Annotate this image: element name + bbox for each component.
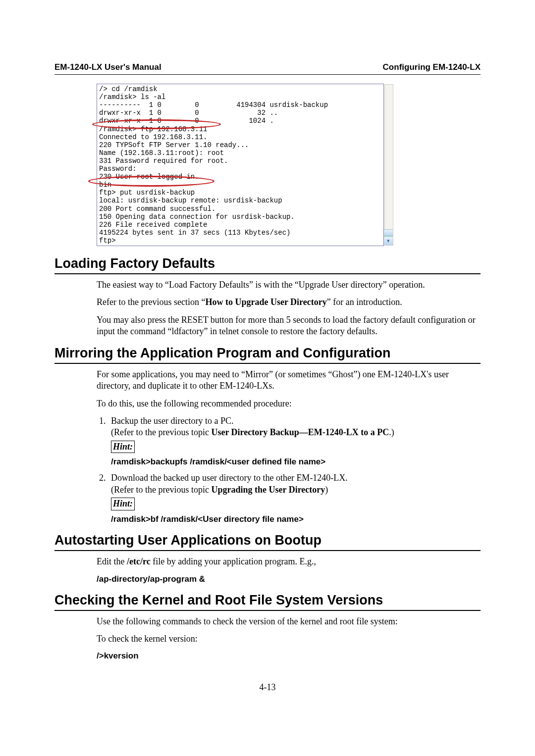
- text: ): [325, 485, 328, 495]
- text-bold: Upgrading the User Directory: [211, 485, 325, 495]
- loading-p3: You may also press the RESET button for …: [97, 314, 481, 338]
- checking-cmd: />kversion: [97, 651, 481, 661]
- heading-autostart: Autostarting User Applications on Bootup: [54, 532, 481, 551]
- scrollbar-track[interactable]: [384, 84, 393, 246]
- text: file by adding your application program.…: [151, 556, 316, 566]
- text: ” for an introduction.: [327, 297, 402, 307]
- mirroring-p1: For some applications, you may need to “…: [97, 369, 481, 392]
- heading-checking: Checking the Kernel and Root File System…: [54, 592, 481, 611]
- step-2: Download the backed up user directory to…: [108, 472, 481, 525]
- heading-loading-factory-defaults: Loading Factory Defaults: [54, 255, 481, 274]
- scrollbar-thumb[interactable]: [384, 229, 393, 236]
- section-checking-body: Use the following commands to check the …: [97, 616, 481, 662]
- checking-p2: To check the kernel version:: [97, 633, 481, 645]
- text: (Refer to the previous topic: [111, 485, 211, 495]
- text-bold: How to Upgrade User Directory: [205, 297, 326, 307]
- text: Backup the user directory to a PC.: [111, 416, 233, 426]
- hint2-cmd: /ramdisk>bf /ramdisk/<User directory fil…: [111, 514, 304, 524]
- text: Download the backed up user directory to…: [111, 473, 348, 483]
- mirroring-p2: To do this, use the following recommende…: [97, 398, 481, 409]
- text: Edit the: [97, 556, 127, 566]
- terminal-text: /> cd /ramdisk /ramdisk> ls -al --------…: [97, 84, 383, 246]
- hint1-cmd: /ramdisk>backupfs /ramdisk/<user defined…: [111, 457, 325, 466]
- autostart-cmd: /ap-directory/ap-program &: [97, 574, 481, 585]
- checking-p1: Use the following commands to check the …: [97, 616, 481, 627]
- step-1: Backup the user directory to a PC. (Refe…: [108, 415, 481, 468]
- loading-p2: Refer to the previous section “How to Up…: [97, 297, 481, 308]
- header-right: Configuring EM-1240-LX: [383, 62, 481, 73]
- page-header: EM-1240-LX User's Manual Configuring EM-…: [54, 62, 481, 75]
- header-left: EM-1240-LX User's Manual: [54, 62, 161, 73]
- hint-label: Hint:: [111, 498, 135, 510]
- scrollbar-down-button[interactable]: [384, 236, 393, 245]
- text: (Refer to the previous topic: [111, 427, 211, 437]
- heading-mirroring: Mirroring the Application Program and Co…: [54, 345, 481, 364]
- mirroring-steps: Backup the user directory to a PC. (Refe…: [108, 415, 481, 525]
- section-mirroring-body: For some applications, you may need to “…: [97, 369, 481, 525]
- page-number: 4-13: [54, 682, 481, 693]
- section-autostart-body: Edit the /etc/rc file by adding your app…: [97, 556, 481, 584]
- hint-label: Hint:: [111, 441, 135, 453]
- text-bold: /etc/rc: [127, 556, 151, 566]
- terminal-screenshot: /> cd /ramdisk /ramdisk> ls -al --------…: [97, 84, 384, 246]
- text-bold: User Directory Backup—EM-1240-LX to a PC: [211, 427, 389, 437]
- text: Refer to the previous section “: [97, 297, 205, 307]
- text: .): [389, 427, 394, 437]
- autostart-p1: Edit the /etc/rc file by adding your app…: [97, 556, 481, 567]
- loading-p1: The easiest way to “Load Factory Default…: [97, 279, 481, 291]
- section-loading-body: The easiest way to “Load Factory Default…: [97, 279, 481, 338]
